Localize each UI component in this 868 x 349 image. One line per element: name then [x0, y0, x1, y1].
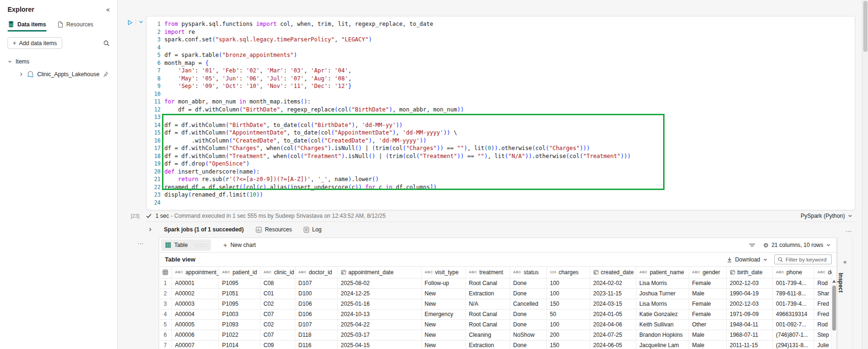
code-line[interactable]: 10	[146, 90, 855, 98]
row-number[interactable]: 2	[159, 288, 171, 299]
cell[interactable]: P1093	[219, 319, 260, 330]
cell[interactable]: Jacqueline Lam	[636, 340, 689, 349]
cell[interactable]: Fred	[814, 299, 832, 309]
column-header-appointment_id[interactable]: ABCappointment_id	[171, 267, 219, 278]
cell[interactable]: Rod	[814, 319, 832, 330]
cell[interactable]: New	[421, 330, 465, 340]
column-header-patient_id[interactable]: ABCpatient_id	[219, 267, 260, 278]
code-line[interactable]: 19df = df.drop("OpenSince")	[146, 160, 855, 168]
cell[interactable]: Katie Gonzalez	[636, 309, 689, 319]
cell[interactable]: D107	[295, 278, 337, 288]
cell[interactable]: D118	[295, 330, 337, 340]
search-icon[interactable]	[103, 40, 110, 47]
cell[interactable]: 100	[546, 288, 590, 299]
code-line[interactable]: 12 df = df.withColumn("BirthDate", regex…	[146, 106, 855, 114]
cell[interactable]: A00006	[171, 330, 219, 340]
cell[interactable]: A00007	[171, 340, 219, 349]
cell[interactable]: Cancelled	[510, 299, 546, 309]
cell[interactable]: 2024-07-25	[590, 330, 636, 340]
code-line[interactable]: 2import re	[146, 28, 855, 36]
chevron-right-icon[interactable]	[19, 72, 24, 77]
cell[interactable]: Male	[689, 288, 726, 299]
row-number[interactable]: 7	[159, 340, 171, 349]
cell[interactable]: Other	[689, 319, 726, 330]
tab-resources[interactable]: Resources	[57, 18, 94, 32]
row-number[interactable]: 5	[159, 319, 171, 330]
column-header-patient_name[interactable]: ABCpatient_name	[636, 267, 689, 278]
cell[interactable]: New	[421, 319, 465, 330]
cell[interactable]: New	[421, 340, 465, 349]
cell[interactable]: 150	[546, 340, 590, 349]
cell[interactable]: 1968-07-11	[726, 330, 772, 340]
table-row[interactable]: 2A00002P1051C01D1002024-12-25NewExtracti…	[159, 288, 832, 299]
columns-rows-selector[interactable]: ⚙ 21 columns, 10 rows	[763, 242, 831, 249]
cell[interactable]: Extraction	[465, 288, 510, 299]
cell[interactable]: Emergency	[421, 309, 465, 319]
cell[interactable]: NoShow	[510, 330, 546, 340]
cell[interactable]: Julie	[814, 340, 832, 349]
cell[interactable]: New	[421, 299, 465, 309]
cell[interactable]: 100	[546, 319, 590, 330]
cell[interactable]: 2025-04-15	[337, 340, 421, 349]
cell[interactable]: 2025-04-22	[337, 319, 421, 330]
column-header-visit_type[interactable]: ABCvisit_type	[421, 267, 465, 278]
code-line[interactable]: 7 'Jan': '01', 'Feb': '02', 'Mar': '03',…	[146, 67, 855, 75]
column-header-gender[interactable]: ABCgender	[689, 267, 726, 278]
cell[interactable]: 1990-04-19	[726, 288, 772, 299]
code-line[interactable]: 13	[146, 113, 855, 121]
cell[interactable]: 2025-01-16	[337, 299, 421, 309]
cell[interactable]: 1971-09-09	[726, 309, 772, 319]
cell[interactable]: 2002-12-03	[726, 278, 772, 288]
code-line[interactable]: 22renamed_df = df.select([col(c).alias(i…	[146, 183, 855, 191]
cell[interactable]: Done	[510, 278, 546, 288]
table-row[interactable]: 3A00003P1095C02D1062025-01-16NewN/ACance…	[159, 299, 832, 309]
cell[interactable]: D106	[295, 299, 337, 309]
inspect-tab[interactable]: Inspect	[837, 273, 844, 293]
cell[interactable]: C08	[260, 278, 295, 288]
cell[interactable]: Male	[689, 340, 726, 349]
cell[interactable]: Extraction	[465, 340, 510, 349]
cell[interactable]: 2024-04-06	[590, 319, 636, 330]
cell[interactable]: 2024-03-15	[590, 299, 636, 309]
cell[interactable]: Female	[689, 278, 726, 288]
cell[interactable]: Female	[689, 309, 726, 319]
cell[interactable]: 2024-10-13	[337, 309, 421, 319]
table-scrollbar[interactable]	[831, 278, 836, 349]
code-line[interactable]: 6month_map = {	[146, 59, 855, 67]
table-row[interactable]: 5A00005P1093C02D1072025-04-22NewRoot Can…	[159, 319, 832, 330]
cell[interactable]: P1003	[219, 309, 260, 319]
row-number[interactable]: 3	[159, 299, 171, 309]
cell[interactable]: 001-092-7...	[772, 319, 814, 330]
cell[interactable]: Step	[814, 330, 832, 340]
code-line[interactable]: 24	[146, 199, 855, 207]
cell[interactable]: 2024-02-02	[590, 278, 636, 288]
code-line[interactable]: 4	[146, 44, 855, 52]
code-line[interactable]: 16 .withColumn("CreatedDate", to_date(co…	[146, 137, 855, 145]
expand-inspect-icon[interactable]: «	[843, 258, 846, 265]
cell[interactable]: P1095	[219, 299, 260, 309]
cell[interactable]: A00003	[171, 299, 219, 309]
code-line[interactable]: 21 return re.sub(r'(?<=[a-z0-9])(?=[A-Z]…	[146, 175, 855, 183]
table-row[interactable]: 6A00006P1022C07D1182025-03-17NewCleaning…	[159, 330, 832, 340]
column-header-status[interactable]: ABCstatus	[510, 267, 546, 278]
column-header-doct[interactable]: ABCdoct	[814, 267, 832, 278]
column-header-clinic_id[interactable]: ABCclinic_id	[260, 267, 295, 278]
cell[interactable]: D107	[295, 319, 337, 330]
cell[interactable]: 100	[546, 278, 590, 288]
row-number[interactable]: 4	[159, 309, 171, 319]
cell[interactable]: C09	[260, 340, 295, 349]
cell[interactable]: (294)131-8...	[772, 340, 814, 349]
code-line[interactable]: 17df = df.withColumn("Charges", when(col…	[146, 144, 855, 152]
cell[interactable]: 150	[546, 299, 590, 309]
cell[interactable]: Female	[689, 299, 726, 309]
page-scrollbar-thumb[interactable]	[863, 1, 868, 52]
log-tab[interactable]: Log	[303, 226, 322, 233]
cell[interactable]: Done	[510, 309, 546, 319]
code-line[interactable]: 14df = df.withColumn("BirthDate", to_dat…	[146, 121, 855, 129]
cell[interactable]: 001-739-4...	[772, 278, 814, 288]
page-scrollbar[interactable]	[862, 0, 868, 349]
cell[interactable]: Root Canal	[465, 319, 510, 330]
cell[interactable]: N/A	[465, 299, 510, 309]
cell[interactable]: Rod	[814, 278, 832, 288]
code-line[interactable]: 8 'May': '05', 'Jun': '06', 'Jul': '07',…	[146, 75, 855, 83]
